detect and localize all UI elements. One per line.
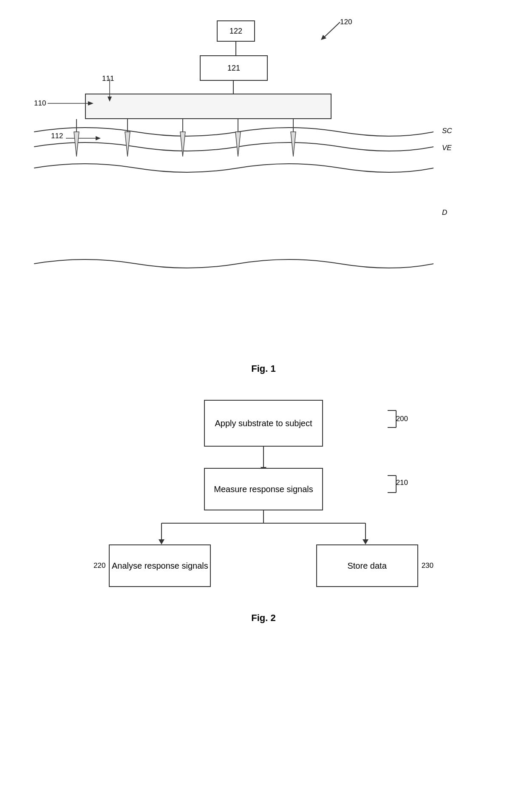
fig1-caption: Fig. 1 bbox=[0, 363, 527, 374]
figure-2: Apply substrate to subject 200 Mea bbox=[0, 383, 527, 791]
svg-marker-15 bbox=[235, 132, 241, 157]
fig2-caption: Fig. 2 bbox=[0, 613, 527, 624]
label-110-group: 110 bbox=[34, 97, 99, 110]
svg-marker-29 bbox=[363, 539, 368, 544]
box-analyse-signals: Analyse response signals bbox=[109, 544, 211, 587]
label-sc: SC bbox=[442, 127, 452, 135]
svg-marker-3 bbox=[88, 101, 94, 105]
ref-230: 230 bbox=[422, 561, 434, 570]
ref-210: 210 bbox=[396, 479, 408, 487]
connector-top bbox=[235, 42, 236, 55]
box-122: 122 bbox=[217, 20, 255, 42]
row-210: Measure response signals 210 bbox=[94, 468, 434, 510]
svg-marker-27 bbox=[159, 539, 164, 544]
split-arrows bbox=[94, 510, 434, 544]
label-d: D bbox=[442, 208, 447, 217]
arrow-200-210 bbox=[94, 447, 434, 468]
box-121: 121 bbox=[200, 55, 268, 81]
box-store-data: Store data bbox=[316, 544, 418, 587]
label-111-group: 111 bbox=[102, 74, 114, 83]
svg-line-0 bbox=[323, 22, 340, 38]
box-measure-signals: Measure response signals bbox=[204, 468, 323, 510]
box-apply-substrate: Apply substrate to subject bbox=[204, 400, 323, 447]
bottom-row: 220 Analyse response signals Store data … bbox=[94, 544, 434, 587]
svg-marker-13 bbox=[180, 132, 185, 157]
ref-220: 220 bbox=[94, 561, 105, 570]
label-120: 120 bbox=[298, 18, 353, 45]
figure-1: 120 122 121 110 111 112 bbox=[0, 0, 527, 383]
row-200: Apply substrate to subject 200 bbox=[94, 400, 434, 447]
svg-marker-11 bbox=[125, 132, 130, 157]
skin-layers bbox=[34, 119, 434, 366]
svg-marker-5 bbox=[108, 97, 112, 102]
svg-marker-9 bbox=[74, 132, 79, 157]
svg-marker-17 bbox=[291, 132, 296, 157]
group-230: Store data 230 bbox=[316, 544, 434, 587]
connector-mid bbox=[233, 81, 234, 94]
label-ve: VE bbox=[442, 144, 452, 152]
ref-200: 200 bbox=[396, 415, 408, 423]
group-220: 220 Analyse response signals bbox=[94, 544, 211, 587]
